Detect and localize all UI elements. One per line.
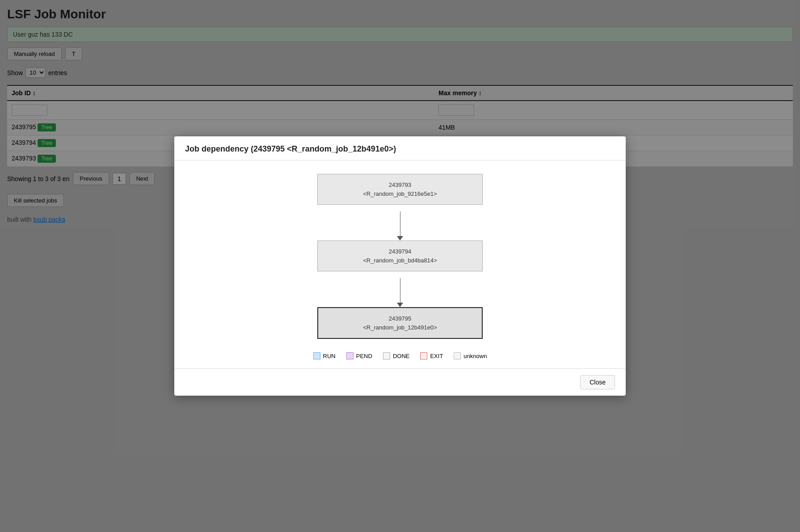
legend-box-pend [346, 352, 354, 359]
arrow-line-2 [400, 278, 400, 303]
job-dependency-modal: Job dependency (2439795 <R_random_job_12… [174, 136, 626, 396]
legend-exit: EXIT [420, 352, 443, 359]
modal-body: 2439793 <R_random_job_9216e5e1> 2439794 … [174, 160, 626, 368]
node-id-1: 2439793 [325, 181, 475, 190]
modal-title: Job dependency (2439795 <R_random_job_12… [185, 144, 396, 153]
arrow-head-2 [397, 303, 403, 307]
legend-label-pend: PEND [356, 353, 372, 359]
legend: RUN PEND DONE EXIT unknown [313, 352, 487, 359]
modal-overlay: Job dependency (2439795 <R_random_job_12… [0, 0, 800, 532]
legend-label-run: RUN [323, 353, 336, 359]
node-name-2: <R_random_job_bd4ba814> [325, 256, 475, 265]
dep-node-2439793: 2439793 <R_random_job_9216e5e1> [317, 174, 483, 205]
node-name-3: <R_random_job_12b491e0> [325, 323, 475, 332]
legend-unknown: unknown [454, 352, 487, 359]
legend-run: RUN [313, 352, 336, 359]
close-button[interactable]: Close [580, 375, 615, 389]
legend-label-exit: EXIT [430, 353, 443, 359]
dep-node-2439795: 2439795 <R_random_job_12b491e0> [317, 307, 483, 339]
legend-pend: PEND [346, 352, 372, 359]
node-id-2: 2439794 [325, 247, 475, 256]
legend-box-run [313, 352, 320, 359]
arrow-line-1 [400, 211, 400, 236]
modal-header: Job dependency (2439795 <R_random_job_12… [174, 136, 626, 160]
arrow-1 [397, 205, 403, 241]
arrow-2 [397, 271, 403, 307]
legend-box-exit [420, 352, 427, 359]
dep-node-2439794: 2439794 <R_random_job_bd4ba814> [317, 241, 483, 271]
legend-box-unknown [454, 352, 461, 359]
legend-label-unknown: unknown [463, 353, 487, 359]
node-id-3: 2439795 [325, 314, 475, 323]
dependency-graph: 2439793 <R_random_job_9216e5e1> 2439794 … [185, 174, 615, 339]
node-name-1: <R_random_job_9216e5e1> [325, 190, 475, 198]
legend-box-done [383, 352, 390, 359]
legend-done: DONE [383, 352, 410, 359]
legend-label-done: DONE [393, 353, 410, 359]
modal-footer: Close [174, 368, 626, 396]
arrow-head-1 [397, 236, 403, 241]
